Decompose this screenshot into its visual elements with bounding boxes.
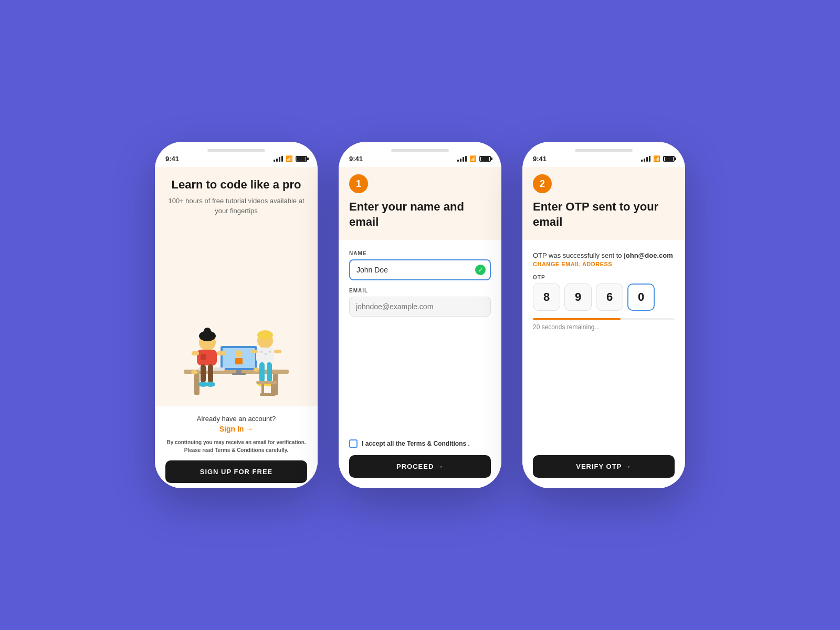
status-bar-3: 9:41 📶: [522, 155, 685, 167]
svg-rect-24: [250, 350, 258, 353]
phone3-body: OTP was successfully sent to john@doe.co…: [522, 240, 685, 488]
otp-digit-1[interactable]: 8: [533, 284, 560, 311]
svg-rect-38: [260, 393, 276, 396]
status-time-1: 9:41: [165, 155, 179, 163]
name-input-wrapper: ✓: [349, 259, 491, 280]
terms-label: I accept all the Terms & Conditions .: [362, 440, 470, 447]
timer-progress-fill: [533, 318, 621, 320]
signup-button[interactable]: SIGN UP FOR FREE: [165, 460, 307, 483]
svg-point-22: [265, 353, 267, 355]
status-time-3: 9:41: [533, 155, 547, 163]
phone1-footer: Already have an account? Sign In → By co…: [155, 406, 318, 488]
timer-progress-bar: [533, 318, 675, 320]
status-icons-2: 📶: [457, 155, 491, 162]
svg-rect-5: [236, 370, 242, 373]
status-time-2: 9:41: [349, 155, 363, 163]
email-input-wrapper: [349, 297, 491, 317]
illustration: [165, 225, 307, 406]
email-input[interactable]: [349, 297, 491, 317]
otp-input-section: OTP 8 9 6 0: [533, 275, 675, 311]
terms-checkbox-row: I accept all the Terms & Conditions .: [349, 439, 491, 448]
wifi-icon-3: 📶: [653, 155, 660, 162]
terms-checkbox[interactable]: [349, 439, 358, 448]
email-field-group: EMAIL: [349, 288, 491, 317]
svg-point-26: [254, 368, 259, 372]
battery-icon: [296, 156, 307, 162]
status-icons-3: 📶: [641, 155, 675, 162]
phone1-subtitle: 100+ hours of free tutorial videos avail…: [165, 196, 307, 216]
status-icons-1: 📶: [274, 155, 307, 162]
disclaimer-text: By continuing you may receive an email f…: [165, 438, 307, 454]
timer-section: 20 seconds remaining...: [533, 318, 675, 331]
svg-point-30: [206, 382, 215, 387]
change-email-link[interactable]: CHANGE EMAIL ADDRESS: [533, 261, 675, 267]
phone2-body: NAME ✓ EMAIL I accept all the Terms & Co…: [339, 240, 501, 488]
svg-rect-37: [271, 384, 274, 394]
name-label: NAME: [349, 250, 491, 256]
wifi-icon-2: 📶: [469, 155, 477, 162]
notch-2: [339, 142, 501, 155]
svg-rect-20: [256, 348, 274, 363]
coding-illustration: [168, 301, 304, 406]
svg-rect-14: [192, 351, 199, 355]
svg-rect-36: [261, 384, 264, 394]
step-title-1: Enter your name and email: [349, 200, 491, 229]
svg-rect-32: [267, 362, 272, 382]
otp-sent-text: OTP was successfully sent to john@doe.co…: [533, 250, 675, 261]
notch-3: [522, 142, 685, 155]
svg-point-16: [191, 370, 197, 374]
sign-in-link[interactable]: Sign In →: [165, 425, 307, 433]
svg-rect-12: [197, 350, 217, 365]
phone3-header: 2 Enter OTP sent to your email: [522, 167, 685, 240]
phone-3: 9:41 📶 2 Enter OTP sent to your email OT…: [522, 142, 685, 488]
phone2-header: 1 Enter your name and email: [339, 167, 501, 240]
otp-digit-4[interactable]: 0: [627, 284, 655, 311]
check-icon: ✓: [475, 265, 486, 275]
email-label: EMAIL: [349, 288, 491, 293]
battery-icon-3: [663, 156, 675, 162]
notch: [155, 142, 318, 155]
verify-otp-button[interactable]: VERIFY OTP →: [533, 455, 675, 478]
signal-icon-3: [641, 156, 650, 162]
svg-rect-25: [274, 350, 281, 353]
svg-point-19: [257, 330, 273, 340]
already-text: Already have an account?: [165, 415, 307, 423]
otp-digit-2[interactable]: 9: [564, 284, 592, 311]
step-badge-2: 2: [533, 174, 552, 193]
otp-sent-section: OTP was successfully sent to john@doe.co…: [533, 250, 675, 267]
svg-rect-28: [208, 364, 213, 383]
svg-point-23: [269, 351, 271, 353]
svg-rect-27: [201, 364, 206, 383]
timer-text: 20 seconds remaining...: [533, 323, 675, 331]
status-bar-1: 9:41 📶: [155, 155, 318, 167]
phone-2: 9:41 📶 1 Enter your name and email NAME …: [339, 142, 501, 488]
svg-rect-13: [201, 354, 206, 360]
svg-rect-6: [232, 373, 246, 375]
phone1-hero: Learn to code like a pro 100+ hours of f…: [155, 167, 318, 406]
spacer: [349, 324, 491, 432]
svg-rect-35: [256, 381, 277, 384]
name-field-group: NAME ✓: [349, 250, 491, 280]
phone-1: 9:41 📶 Learn to code like a pro 100+ hou…: [155, 142, 318, 488]
spacer-3: [533, 338, 675, 448]
svg-rect-15: [217, 351, 226, 355]
otp-digit-3[interactable]: 6: [596, 284, 623, 311]
svg-point-21: [260, 351, 262, 353]
phone1-title: Learn to code like a pro: [165, 177, 307, 193]
wifi-icon: 📶: [286, 155, 293, 162]
svg-rect-31: [259, 362, 265, 382]
otp-boxes: 8 9 6 0: [533, 284, 675, 311]
proceed-button[interactable]: PROCEED →: [349, 455, 491, 478]
battery-icon-2: [479, 156, 491, 162]
svg-rect-8: [235, 358, 243, 364]
otp-label: OTP: [533, 275, 675, 280]
status-bar-2: 9:41 📶: [339, 155, 501, 167]
signal-icon: [274, 156, 283, 162]
name-input[interactable]: [349, 259, 491, 280]
svg-point-11: [204, 328, 211, 335]
signal-icon-2: [457, 156, 467, 162]
svg-point-7: [235, 350, 243, 358]
step-badge-1: 1: [349, 174, 368, 193]
step-title-2: Enter OTP sent to your email: [533, 200, 675, 229]
